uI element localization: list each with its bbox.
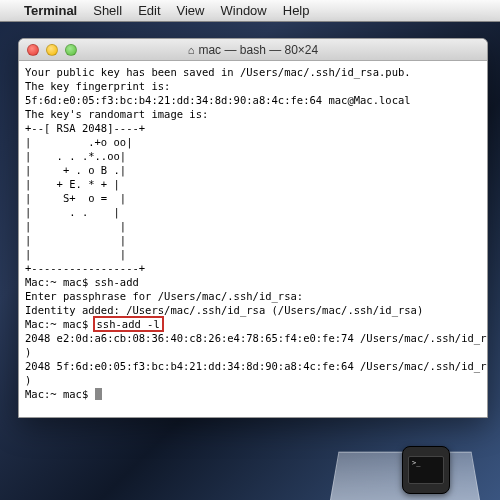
menu-shell[interactable]: Shell — [93, 3, 122, 18]
title-text: mac — bash — 80×24 — [198, 43, 318, 57]
menu-edit[interactable]: Edit — [138, 3, 160, 18]
line: 5f:6d:e0:05:f3:bc:b4:21:dd:34:8d:90:a8:4… — [25, 94, 411, 106]
app-menu[interactable]: Terminal — [24, 3, 77, 18]
line: | . . .*..oo| — [25, 150, 126, 162]
line: Enter passphrase for /Users/mac/.ssh/id_… — [25, 290, 303, 302]
line: +-----------------+ — [25, 262, 145, 274]
cursor-icon — [95, 388, 102, 400]
window-title: ⌂ mac — bash — 80×24 — [19, 43, 487, 57]
line: +--[ RSA 2048]----+ — [25, 122, 145, 134]
line: ) — [25, 374, 31, 386]
line: ) — [25, 346, 31, 358]
terminal-icon: >_ — [408, 456, 444, 484]
menubar: Terminal Shell Edit View Window Help — [0, 0, 500, 22]
titlebar[interactable]: ⌂ mac — bash — 80×24 — [19, 39, 487, 61]
line: The key's randomart image is: — [25, 108, 208, 120]
terminal-content[interactable]: Your public key has been saved in /Users… — [19, 61, 487, 405]
highlighted-command: ssh-add -l — [93, 316, 164, 332]
line: | . . | — [25, 206, 120, 218]
prompt: Mac:~ mac$ — [25, 318, 95, 330]
line: | + E. * + | — [25, 178, 120, 190]
line: | .+o oo| — [25, 136, 132, 148]
line: Your public key has been saved in /Users… — [25, 66, 411, 78]
line: | | — [25, 234, 126, 246]
home-icon: ⌂ — [188, 44, 195, 56]
line: 2048 5f:6d:e0:05:f3:bc:b4:21:dd:34:8d:90… — [25, 360, 487, 372]
prompt: Mac:~ mac$ — [25, 388, 95, 400]
terminal-window: ⌂ mac — bash — 80×24 Your public key has… — [18, 38, 488, 418]
command: ssh-add — [95, 276, 139, 288]
dock-terminal-icon[interactable]: >_ — [402, 446, 450, 494]
line: The key fingerprint is: — [25, 80, 170, 92]
prompt: Mac:~ mac$ — [25, 276, 95, 288]
menu-help[interactable]: Help — [283, 3, 310, 18]
line: Identity added: /Users/mac/.ssh/id_rsa (… — [25, 304, 423, 316]
line: | | — [25, 220, 126, 232]
line: | | — [25, 248, 126, 260]
menu-window[interactable]: Window — [221, 3, 267, 18]
menu-view[interactable]: View — [177, 3, 205, 18]
line: | + . o B .| — [25, 164, 126, 176]
line: | S+ o = | — [25, 192, 126, 204]
line: 2048 e2:0d:a6:cb:08:36:40:c8:26:e4:78:65… — [25, 332, 487, 344]
